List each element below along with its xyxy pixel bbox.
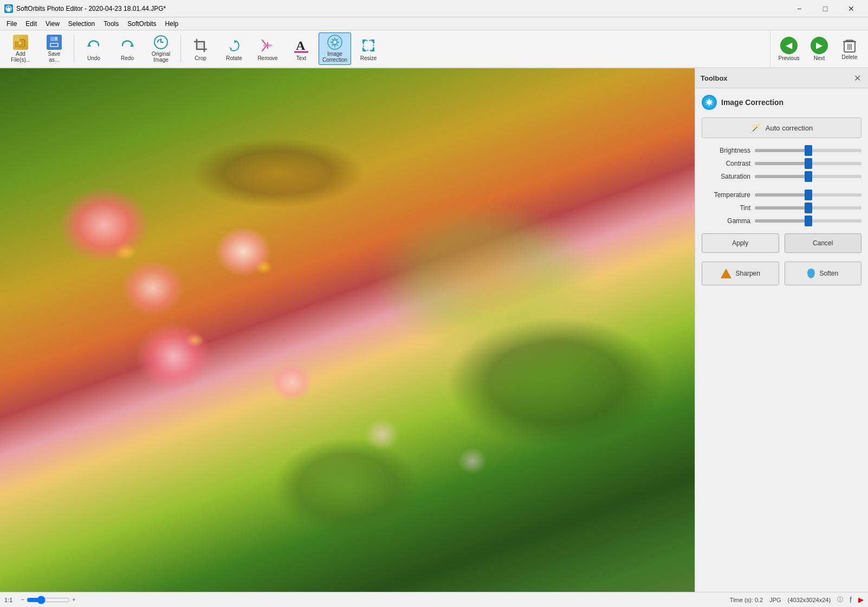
previous-icon: ◀ <box>780 37 798 54</box>
auto-correction-label: Auto correction <box>766 124 813 132</box>
original-image-label: OriginalImage <box>152 51 170 63</box>
svg-rect-13 <box>197 42 204 49</box>
tint-slider[interactable] <box>755 206 861 210</box>
temperature-label: Temperature <box>702 191 750 199</box>
next-button[interactable]: ▶ Next <box>805 32 833 65</box>
text-button[interactable]: A Text <box>285 32 318 65</box>
temperature-row: Temperature <box>702 191 861 199</box>
effect-buttons: Sharpen Soften <box>702 262 861 285</box>
auto-correction-button[interactable]: 🪄 Auto correction <box>702 118 861 138</box>
redo-label: Redo <box>121 55 134 61</box>
undo-button[interactable]: Undo <box>77 32 110 65</box>
svg-point-18 <box>333 41 336 44</box>
size-label: (4032x3024x24) <box>788 597 831 603</box>
menu-tools[interactable]: Tools <box>99 18 123 30</box>
action-buttons: Apply Cancel <box>702 233 861 253</box>
sharpen-icon <box>721 269 731 278</box>
app-window: SoftOrbits Photo Editor - 2020-04-23 18.… <box>0 0 868 607</box>
title-bar-controls: − □ ✕ <box>787 0 864 17</box>
zoom-slider[interactable] <box>27 596 70 604</box>
toolbar-main: + AddFile(s)... <box>0 30 770 67</box>
undo-label: Undo <box>87 55 100 61</box>
delete-icon <box>842 38 857 53</box>
toolbox-title-text: Toolbox <box>701 74 728 82</box>
image-correction-button[interactable]: ImageCorrection <box>319 32 351 65</box>
slider-gap <box>702 186 861 191</box>
delete-button[interactable]: Delete <box>835 32 864 65</box>
temperature-slider[interactable] <box>755 193 861 197</box>
gamma-row: Gamma <box>702 217 861 225</box>
minimize-button[interactable]: − <box>787 0 812 17</box>
menu-help[interactable]: Help <box>161 18 183 30</box>
contrast-slider[interactable] <box>755 162 861 165</box>
soften-icon <box>807 269 815 278</box>
app-icon <box>4 4 13 13</box>
previous-label: Previous <box>779 55 800 61</box>
time-label: Time (s): 0.2 <box>730 597 763 603</box>
sharpen-button[interactable]: Sharpen <box>702 262 779 285</box>
toolbar-sep-1 <box>74 35 74 62</box>
status-bar: 1:1 − + Time (s): 0.2 JPG (4032x3024x24)… <box>0 592 868 607</box>
saturation-slider[interactable] <box>755 175 861 178</box>
gamma-slider[interactable] <box>755 219 861 223</box>
crop-label: Crop <box>195 55 206 61</box>
resize-button[interactable]: Resize <box>352 32 385 65</box>
add-files-label: AddFile(s)... <box>11 51 30 63</box>
crop-button[interactable]: Crop <box>184 32 217 65</box>
next-icon: ▶ <box>811 37 828 54</box>
svg-text:A: A <box>296 38 306 53</box>
title-bar-left: SoftOrbits Photo Editor - 2020-04-23 18.… <box>4 4 166 13</box>
soften-button[interactable]: Soften <box>785 262 862 285</box>
zoom-label: 1:1 <box>4 597 12 603</box>
add-files-button[interactable]: + AddFile(s)... <box>4 32 37 65</box>
image-correction-label: ImageCorrection <box>322 51 347 63</box>
menu-file[interactable]: File <box>2 18 21 30</box>
canvas-area[interactable] <box>0 68 695 592</box>
save-as-button[interactable]: Saveas... <box>38 32 70 65</box>
close-button[interactable]: ✕ <box>839 0 864 17</box>
toolbar-sep-2 <box>180 35 181 62</box>
zoom-plus-icon: + <box>72 597 75 603</box>
text-icon: A <box>293 37 310 54</box>
share-icon[interactable]: f <box>850 596 852 604</box>
soften-label: Soften <box>819 270 838 277</box>
toolbox-close-button[interactable]: ✕ <box>852 73 863 83</box>
rotate-icon <box>225 37 243 54</box>
redo-button[interactable]: Redo <box>111 32 144 65</box>
svg-rect-19 <box>364 41 373 50</box>
cancel-button[interactable]: Cancel <box>785 233 862 253</box>
save-as-label: Saveas... <box>48 51 61 63</box>
remove-icon <box>259 37 276 54</box>
original-image-button[interactable]: OriginalImage <box>145 32 177 65</box>
social-icon[interactable]: ▶ <box>858 596 864 604</box>
title-bar: SoftOrbits Photo Editor - 2020-04-23 18.… <box>0 0 868 17</box>
rotate-button[interactable]: Rotate <box>218 32 250 65</box>
sliders-group: Brightness Contrast <box>702 147 861 225</box>
panel-header: Image Correction <box>702 95 861 110</box>
apply-button[interactable]: Apply <box>702 233 779 253</box>
save-icon <box>46 35 63 50</box>
window-title: SoftOrbits Photo Editor - 2020-04-23 18.… <box>16 5 166 12</box>
brightness-slider[interactable] <box>755 149 861 152</box>
menu-edit[interactable]: Edit <box>21 18 41 30</box>
info-icon[interactable]: ⓘ <box>837 596 843 604</box>
menu-bar: File Edit View Selection Tools SoftOrbit… <box>0 17 868 30</box>
saturation-label: Saturation <box>702 173 750 180</box>
menu-selection[interactable]: Selection <box>64 18 99 30</box>
maximize-button[interactable]: □ <box>813 0 838 17</box>
status-right: Time (s): 0.2 JPG (4032x3024x24) ⓘ f ▶ <box>730 596 864 604</box>
previous-button[interactable]: ◀ Previous <box>775 32 803 65</box>
remove-button[interactable]: Remove <box>251 32 284 65</box>
svg-marker-10 <box>87 43 91 47</box>
toolbar-nav: ◀ Previous ▶ Next <box>770 30 868 67</box>
rotate-label: Rotate <box>226 55 242 61</box>
svg-rect-9 <box>51 44 57 46</box>
redo-icon <box>119 37 136 54</box>
image-correction-icon <box>326 35 344 50</box>
contrast-row: Contrast <box>702 160 861 167</box>
brightness-label: Brightness <box>702 147 750 154</box>
correction-icon <box>702 95 717 110</box>
undo-icon <box>85 37 102 54</box>
menu-softorbits[interactable]: SoftOrbits <box>123 18 160 30</box>
menu-view[interactable]: View <box>41 18 64 30</box>
